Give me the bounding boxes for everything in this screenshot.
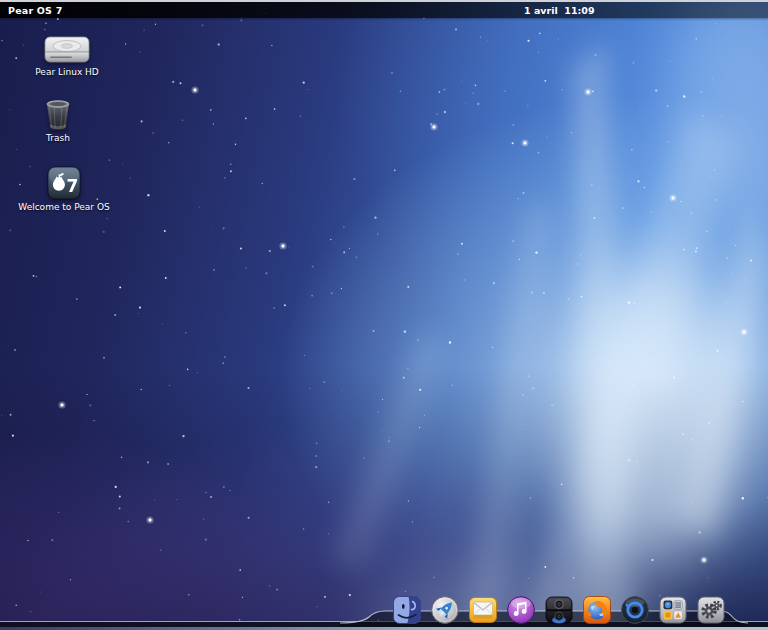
trash-icon	[41, 99, 75, 131]
svg-text:7: 7	[67, 176, 79, 196]
envelope-icon	[468, 595, 498, 625]
menu-bar: Pear OS 7 1 avril 11:09	[0, 2, 768, 18]
apps-grid-icon	[658, 595, 688, 625]
desktop-icon-welcome[interactable]: 7 Welcome to Pear OS	[14, 166, 114, 212]
hard-drive-icon	[42, 35, 92, 65]
desktop-icon-label: Pear Linux HD	[35, 67, 99, 77]
finder-face-icon	[392, 595, 422, 625]
gears-icon	[696, 595, 726, 625]
desktop-icon-label: Welcome to Pear OS	[18, 202, 109, 212]
dock-item-settings[interactable]	[696, 595, 726, 625]
dark-panels-icon	[544, 595, 574, 625]
window-border-top	[0, 0, 768, 2]
dock-item-firefox[interactable]	[582, 595, 612, 625]
dock	[392, 595, 726, 625]
dock-item-utilities[interactable]	[544, 595, 574, 625]
rocket-icon	[430, 595, 460, 625]
dock-item-music[interactable]	[506, 595, 536, 625]
music-note-icon	[506, 595, 536, 625]
dock-item-time-machine[interactable]	[620, 595, 650, 625]
desktop-icon-label: Trash	[46, 133, 70, 143]
backup-ring-icon	[620, 595, 650, 625]
desktop-icon-pear-linux-hd[interactable]: Pear Linux HD	[24, 35, 110, 77]
dock-item-applications[interactable]	[658, 595, 688, 625]
dock-item-mail[interactable]	[468, 595, 498, 625]
firefox-icon	[582, 595, 612, 625]
desktop-icon-trash[interactable]: Trash	[16, 99, 100, 143]
wallpaper	[0, 0, 768, 630]
dock-item-launchpad[interactable]	[430, 595, 460, 625]
dock-item-finder[interactable]	[392, 595, 422, 625]
pear-os-desktop: Pear OS 7 1 avril 11:09 Pear Linux HD	[0, 0, 768, 630]
menu-clock[interactable]: 1 avril 11:09	[524, 2, 595, 18]
pear-welcome-icon: 7	[47, 166, 81, 200]
menu-app-label[interactable]: Pear OS 7	[8, 5, 62, 16]
